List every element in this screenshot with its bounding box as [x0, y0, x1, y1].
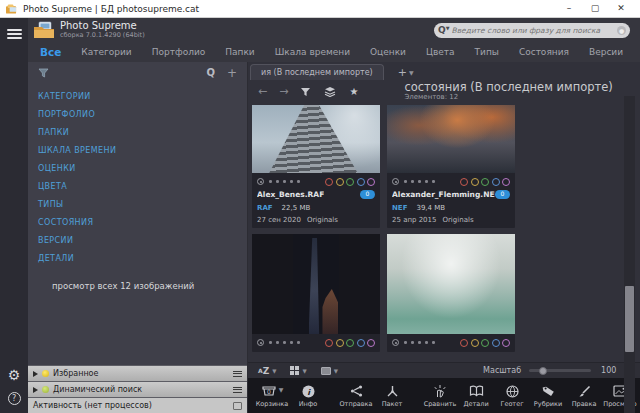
tab-timeline[interactable]: Шкала времени: [265, 47, 360, 57]
basket-button[interactable]: 0 ▼ Корзинка: [254, 379, 290, 412]
sidebar-item-versions[interactable]: ВЕРСИИ: [38, 232, 247, 250]
scale-slider[interactable]: [529, 369, 591, 372]
scrollbar-thumb[interactable]: [625, 286, 634, 352]
thumbnail-image-skyscraper-night[interactable]: [252, 234, 380, 334]
search-icon[interactable]: Q: [438, 26, 446, 35]
activity-label: Активность (нет процессов): [33, 401, 152, 410]
action-toolbar: 0 ▼ Корзинка i Инфо Отправка: [248, 378, 640, 413]
back-arrow-icon[interactable]: ←: [258, 85, 267, 98]
panel-menu-icon[interactable]: [233, 369, 242, 378]
tab-details[interactable]: Детали: [633, 47, 640, 57]
color-label-rings[interactable]: [460, 339, 510, 347]
photo-card[interactable]: Alexander_Flemming.NEF 0 NEF 39,4 MB 25 …: [387, 105, 515, 228]
thumbnail-grid: Alex_Benes.RAF 0 RAF 22,5 MB 27 сен 2020: [248, 103, 640, 362]
stacks-icon[interactable]: [324, 86, 336, 97]
sidebar-item-folders[interactable]: ПАПКИ: [38, 124, 247, 142]
sidebar-add-icon[interactable]: +: [227, 66, 237, 80]
sidebar-item-categories[interactable]: КАТЕГОРИИ: [38, 88, 247, 106]
sidebar-item-states[interactable]: СОСТОЯНИЯ: [38, 214, 247, 232]
dynamic-search-panel-header[interactable]: Динамический поиск: [28, 381, 247, 397]
tab-colors[interactable]: Цвета: [416, 47, 465, 57]
svg-text:0: 0: [267, 388, 271, 395]
sidebar-item-ratings[interactable]: ОЦЕНКИ: [38, 160, 247, 178]
expand-triangle-icon[interactable]: [33, 387, 38, 393]
geotag-button[interactable]: Геотег: [494, 379, 530, 412]
expand-triangle-icon[interactable]: [33, 371, 38, 377]
thumbnail-style-button[interactable]: ▼: [321, 367, 338, 375]
file-name[interactable]: Alexander_Flemming.NEF: [392, 190, 495, 199]
close-button[interactable]: ✕: [608, 0, 634, 17]
filter-icon[interactable]: [300, 87, 311, 97]
sidebar-item-colors[interactable]: ЦВЕТА: [38, 178, 247, 196]
batch-button[interactable]: Пакет: [374, 379, 410, 412]
status-gear-icon[interactable]: [392, 178, 399, 185]
tab-versions[interactable]: Версии: [579, 47, 633, 57]
search-input[interactable]: [452, 26, 617, 35]
version-count-badge[interactable]: 0: [495, 190, 510, 199]
edit-button[interactable]: Правка: [566, 379, 602, 412]
labels-button[interactable]: Рубрики: [530, 379, 566, 412]
photo-card[interactable]: [387, 234, 515, 352]
view-all-images-link[interactable]: просмотр всех 12 изображений: [28, 281, 247, 291]
thumbnail-image-waterfall[interactable]: [387, 234, 515, 334]
photo-supreme-window: Photo Supreme | БД photosupreme.cat – ▢ …: [0, 0, 640, 413]
help-icon[interactable]: ?: [8, 392, 21, 405]
slider-knob[interactable]: [539, 367, 547, 375]
tab-all[interactable]: Все: [28, 46, 71, 58]
tab-states[interactable]: Состояния: [509, 47, 579, 57]
activity-panel-header[interactable]: Активность (нет процессов): [28, 397, 247, 413]
book-icon: [469, 385, 484, 397]
status-gear-icon[interactable]: [257, 178, 264, 185]
vertical-scrollbar[interactable]: [624, 96, 635, 413]
maximize-button[interactable]: ▢: [582, 0, 608, 17]
rating-dots[interactable]: [269, 180, 300, 183]
grid-layout-button[interactable]: ▼: [290, 366, 306, 375]
status-gear-icon[interactable]: [257, 339, 264, 346]
forward-arrow-icon[interactable]: →: [279, 85, 288, 98]
collection-tab[interactable]: ия (В последнем импорте): [250, 64, 384, 80]
details-button[interactable]: Детали: [458, 379, 494, 412]
favorites-panel-header[interactable]: Избранное: [28, 365, 247, 381]
sidebar-search-icon[interactable]: Q: [206, 67, 215, 78]
activity-popout-icon[interactable]: [233, 402, 242, 410]
dynamic-search-icon: [42, 386, 49, 393]
search-box[interactable]: Q ▼ ●: [434, 23, 630, 38]
rating-dots[interactable]: [404, 341, 435, 344]
color-label-rings[interactable]: [325, 339, 375, 347]
share-button[interactable]: Отправка: [338, 379, 374, 412]
tab-portfolio[interactable]: Портфолио: [142, 47, 216, 57]
search-clear-icon[interactable]: ●: [617, 26, 626, 35]
tab-list-caret-icon[interactable]: ▼: [409, 66, 414, 80]
thumbnail-image-mountains[interactable]: [387, 105, 515, 173]
hamburger-menu-icon[interactable]: [7, 27, 22, 41]
basket-caret-icon[interactable]: ▼: [279, 386, 284, 393]
info-button[interactable]: i Инфо: [290, 379, 326, 412]
rating-dots[interactable]: [269, 341, 300, 344]
rating-dots[interactable]: [404, 180, 435, 183]
filter-funnel-icon[interactable]: [38, 68, 49, 78]
new-collection-tab-button[interactable]: +: [398, 66, 407, 80]
sort-order-button[interactable]: AZ▼: [258, 366, 276, 376]
photo-card[interactable]: Alex_Benes.RAF 0 RAF 22,5 MB 27 сен 2020: [252, 105, 380, 228]
tab-ratings[interactable]: Оценки: [360, 47, 416, 57]
search-scope-caret-icon[interactable]: ▼: [446, 25, 450, 31]
file-name[interactable]: Alex_Benes.RAF: [257, 190, 324, 199]
status-gear-icon[interactable]: [392, 339, 399, 346]
settings-gear-icon[interactable]: ⚙: [8, 368, 21, 382]
version-count-badge[interactable]: 0: [360, 190, 375, 199]
favorite-star-icon[interactable]: ★: [349, 86, 358, 97]
panel-menu-icon[interactable]: [233, 385, 242, 394]
thumbnail-image-spiral-tower[interactable]: [252, 105, 380, 173]
compare-button[interactable]: Сравнить: [422, 379, 458, 412]
tab-categories[interactable]: Категории: [71, 47, 141, 57]
tab-types[interactable]: Типы: [465, 47, 509, 57]
sidebar-item-timeline[interactable]: ШКАЛА ВРЕМЕНИ: [38, 142, 247, 160]
sidebar-item-details[interactable]: ДЕТАЛИ: [38, 250, 247, 268]
photo-card[interactable]: [252, 234, 380, 352]
color-label-rings[interactable]: [460, 178, 510, 186]
color-label-rings[interactable]: [325, 178, 375, 186]
sidebar-item-portfolio[interactable]: ПОРТФОЛИО: [38, 106, 247, 124]
tab-folders[interactable]: Папки: [215, 47, 264, 57]
sidebar-item-types[interactable]: ТИПЫ: [38, 196, 247, 214]
minimize-button[interactable]: –: [556, 0, 582, 17]
